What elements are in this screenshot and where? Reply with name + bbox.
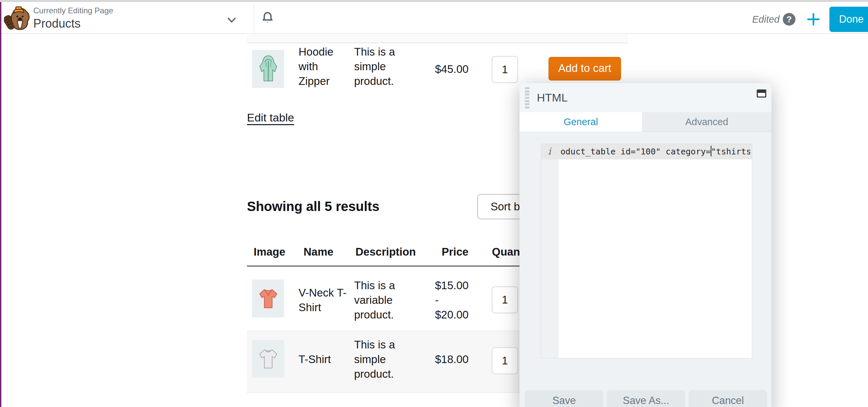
product-description: This is a simple product. xyxy=(354,44,417,89)
currently-editing-label: Currently Editing Page xyxy=(33,6,113,15)
product-price: $18.00 xyxy=(435,352,469,367)
window-top-strip xyxy=(0,0,868,2)
cancel-button[interactable]: Cancel xyxy=(689,390,767,407)
save-button[interactable]: Save xyxy=(525,390,603,407)
done-button[interactable]: Done xyxy=(829,7,868,32)
drag-handle-icon[interactable] xyxy=(525,87,530,108)
previous-table-row-partial xyxy=(247,35,628,43)
product-image-hoodie-with-zipper xyxy=(252,50,284,88)
tab-advanced[interactable]: Advanced xyxy=(642,112,772,132)
panel-title: HTML xyxy=(537,91,568,104)
editor-code-line: oduct_table id="100" category="tshirts"] xyxy=(560,146,750,156)
edit-table-link[interactable]: Edit table xyxy=(247,111,294,124)
column-header-image: Image xyxy=(254,246,285,258)
editor-gutter-marker: i xyxy=(541,146,558,157)
product-image-t-shirt xyxy=(252,340,284,378)
window-icon[interactable] xyxy=(756,89,767,98)
quantity-input[interactable] xyxy=(492,347,518,374)
product-price: $15.00 - $20.00 xyxy=(435,278,469,322)
chevron-down-icon[interactable] xyxy=(225,13,238,27)
edited-status-label: Edited xyxy=(752,14,779,25)
page-left-border xyxy=(0,0,1,407)
html-module-settings-panel: HTML General Advanced i oduct_table id="… xyxy=(520,83,772,407)
column-header-price: Price xyxy=(442,246,469,258)
builder-topbar: Currently Editing Page Products Edited ?… xyxy=(0,2,868,34)
product-description: This is a variable product. xyxy=(354,278,417,322)
product-image-v-neck-t-shirt xyxy=(252,280,284,317)
plus-icon[interactable] xyxy=(806,12,821,27)
code-before-caret: oduct_table id="100" category= xyxy=(560,147,711,156)
product-name: T-Shirt xyxy=(299,352,348,367)
topbar-divider xyxy=(254,3,254,33)
product-name: Hoodie with Zipper xyxy=(299,44,348,89)
add-to-cart-button[interactable]: Add to cart xyxy=(549,57,621,81)
help-icon[interactable]: ? xyxy=(783,13,796,26)
code-after-caret: "tshirts"] xyxy=(711,147,750,156)
product-name: V-Neck T-Shirt xyxy=(299,285,348,315)
quantity-input[interactable] xyxy=(492,286,518,313)
code-editor[interactable]: i oduct_table id="100" category="tshirts… xyxy=(541,144,752,358)
page-title: Products xyxy=(33,17,81,31)
editor-gutter xyxy=(541,144,558,358)
column-header-description: Description xyxy=(355,246,416,258)
column-header-name: Name xyxy=(304,246,334,258)
tab-general[interactable]: General xyxy=(520,112,642,131)
panel-header[interactable]: HTML xyxy=(520,83,772,112)
product-price: $45.00 xyxy=(435,62,469,76)
results-count-heading: Showing all 5 results xyxy=(247,199,379,214)
beaver-builder-logo-icon[interactable] xyxy=(4,3,31,33)
product-description: This is a simple product. xyxy=(354,338,417,381)
quantity-input[interactable] xyxy=(492,56,518,83)
save-as-button[interactable]: Save As... xyxy=(607,390,685,407)
bell-icon[interactable] xyxy=(260,10,275,25)
